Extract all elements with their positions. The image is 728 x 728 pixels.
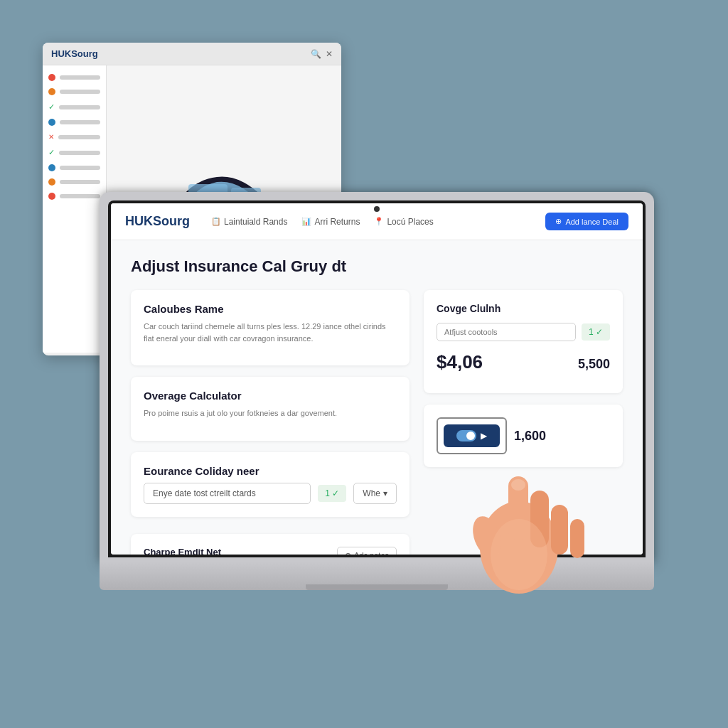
app-logo: HUKSourg: [125, 214, 190, 229]
list-item: ✕: [48, 133, 100, 141]
check-icon: ✓: [48, 102, 55, 112]
add-deal-button[interactable]: ⊕ Add lance Deal: [545, 213, 628, 230]
list-item: [48, 178, 100, 186]
card-desc-1: Car couch tariind chernele all turns ple…: [144, 321, 397, 344]
card-title-3: Eourance Coliday neer: [144, 465, 397, 477]
hand-svg: [462, 455, 590, 611]
list-line: [60, 180, 100, 184]
left-panel: Caloubes Rame Car couch tariind chernele…: [131, 290, 410, 555]
check-badge: 1 ✓: [318, 485, 346, 502]
nav-item-laintuiald[interactable]: 📋 Laintuiald Rands: [211, 217, 287, 227]
hand-cursor: [462, 455, 590, 611]
right-card-title-1: Covge Clulnh: [437, 303, 610, 314]
eourance-input[interactable]: Enye date tost ctreilt ctards: [144, 483, 311, 504]
status-dot: [48, 178, 55, 186]
nav-label-1: Laintuiald Rands: [224, 217, 287, 227]
card-title-2: Overage Calculator: [144, 390, 397, 402]
overage-card: Overage Calculator Pro poime rsuis a jut…: [131, 377, 410, 441]
toggle-arrow-icon: ▶: [481, 431, 487, 441]
nav-item-locu[interactable]: 📍 Locú Places: [374, 217, 433, 227]
coverage-input[interactable]: [437, 323, 576, 341]
svg-rect-14: [570, 519, 584, 558]
status-dot: [48, 193, 55, 200]
list-line: [59, 151, 100, 155]
status-dot: [48, 74, 55, 81]
nav-label-3: Locú Places: [387, 217, 433, 227]
list-line: [59, 105, 100, 109]
caloubes-card: Caloubes Rame Car couch tariind chernele…: [131, 290, 410, 365]
bg-titlebar: HUKSourg 🔍 ✕: [43, 43, 341, 65]
laptop-camera: [374, 206, 380, 212]
list-line: [58, 135, 100, 139]
status-dot: [48, 119, 55, 126]
list-line: [60, 120, 100, 124]
status-dot: [48, 88, 55, 95]
list-item: [48, 119, 100, 126]
check-icon: ✓: [48, 148, 55, 157]
x-icon: ✕: [48, 133, 54, 141]
nav-icon-1: 📋: [211, 217, 221, 226]
nav-item-arri[interactable]: 📊 Arri Returns: [301, 217, 360, 227]
search-icon[interactable]: 🔍: [311, 49, 321, 59]
card-desc-2: Pro poime rsuis a jut olo your fotkneies…: [144, 407, 397, 419]
page-title: Adjust Insurance Cal Gruy dt: [131, 257, 623, 276]
whe-dropdown[interactable]: Whe ▾: [353, 483, 397, 504]
list-line: [60, 90, 100, 94]
notes-button[interactable]: ⊕ Adc notes: [337, 547, 397, 555]
notes-icon: ⊕: [345, 551, 351, 555]
nav-label-2: Arri Returns: [314, 217, 360, 227]
list-item: [48, 88, 100, 95]
card-title-1: Caloubes Rame: [144, 303, 397, 315]
coverage-input-row: 1 ✓: [437, 323, 610, 341]
price-main: $4,06: [437, 351, 483, 373]
list-item: ✓: [48, 102, 100, 112]
bg-window-title: HUKSourg: [51, 48, 98, 59]
nav-icon-2: 📊: [301, 217, 311, 226]
nav-icon-3: 📍: [374, 217, 384, 226]
toggle-indicator: [456, 430, 476, 441]
svg-point-17: [511, 479, 525, 491]
bg-sidebar: ✓ ✕ ✓: [43, 65, 107, 353]
toggle-highlight-box: ▶: [437, 417, 507, 454]
price-row-1: $4,06 5,500: [437, 351, 610, 373]
list-line: [60, 75, 100, 80]
laptop-container: HUKSourg 📋 Laintuiald Rands 📊 Arri Retur…: [100, 192, 654, 633]
price-secondary-2: 1,600: [514, 429, 546, 444]
coverage-check: 1 ✓: [582, 323, 610, 341]
bottom-title: Charpe Emdit Net: [144, 547, 221, 555]
chevron-down-icon: ▾: [383, 488, 387, 498]
eourance-input-row: Enye date tost ctreilt ctards 1 ✓ Whe ▾: [144, 483, 397, 504]
list-item: [48, 193, 100, 200]
list-item: [48, 74, 100, 81]
add-icon: ⊕: [555, 217, 562, 226]
status-dot: [48, 164, 55, 171]
close-icon[interactable]: ✕: [326, 49, 333, 59]
svg-rect-13: [551, 505, 568, 555]
list-line: [60, 166, 100, 170]
dropdown-label: Whe: [363, 488, 380, 498]
list-item: ✓: [48, 148, 100, 157]
notes-label: Adc notes: [354, 551, 389, 555]
coverage-card: Covge Clulnh 1 ✓ $4,06 5,500: [424, 290, 623, 393]
bg-window-controls: 🔍 ✕: [311, 49, 333, 59]
svg-point-16: [491, 519, 547, 590]
add-deal-label: Add lance Deal: [565, 218, 619, 226]
price-secondary-1: 5,500: [578, 357, 610, 372]
toggle-button[interactable]: ▶: [444, 424, 500, 447]
action-row: ▶ 1,600: [437, 417, 610, 454]
list-item: [48, 164, 100, 171]
list-line: [60, 194, 100, 198]
bottom-card: Charpe Emdit Net ★★★ Ark n Belford Eid 5…: [131, 534, 410, 555]
eourance-card: Eourance Coliday neer Enye date tost ctr…: [131, 452, 410, 517]
